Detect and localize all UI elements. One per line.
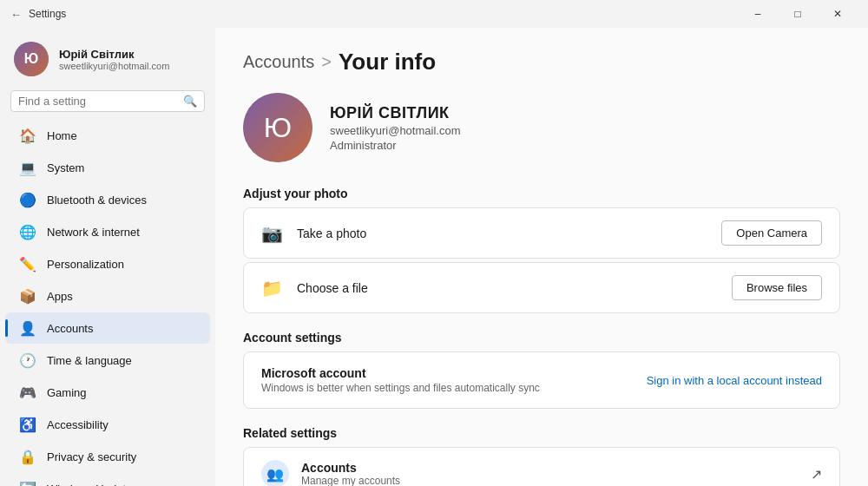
choose-file-label: Choose a file: [297, 281, 368, 295]
search-box[interactable]: 🔍: [10, 90, 205, 112]
related-settings-label: Related settings: [243, 426, 840, 440]
account-settings-section: Account settings Microsoft account Windo…: [243, 331, 840, 409]
related-accounts-desc: Manage my accounts: [301, 475, 400, 486]
nav-label-gaming: Gaming: [47, 386, 87, 399]
nav-icon-privacy: 🔒: [19, 448, 36, 465]
related-accounts-text: Accounts Manage my accounts: [301, 461, 400, 486]
microsoft-account-desc: Windows is better when settings and file…: [261, 382, 540, 394]
sidebar-item-apps[interactable]: 📦 Apps: [5, 280, 210, 312]
breadcrumb-parent[interactable]: Accounts: [243, 52, 314, 72]
take-photo-label: Take a photo: [297, 227, 366, 240]
minimize-button[interactable]: –: [738, 0, 778, 28]
related-accounts-left: 👥 Accounts Manage my accounts: [261, 460, 400, 486]
nav-icon-personalization: ✏️: [19, 255, 36, 273]
breadcrumb-current: Your info: [339, 49, 436, 76]
profile-avatar: Ю: [243, 93, 312, 162]
nav-icon-network: 🌐: [19, 223, 36, 240]
profile-card: Ю ЮРІЙ СВІТЛИК sweetlikyuri@hotmail.com …: [243, 93, 840, 162]
nav-label-accessibility: Accessibility: [47, 418, 108, 431]
avatar: Ю: [14, 42, 49, 76]
nav-icon-update: 🔄: [19, 480, 36, 486]
profile-role: Administrator: [330, 139, 460, 152]
microsoft-account-info: Microsoft account Windows is better when…: [261, 366, 540, 394]
profile-email: sweetlikyuri@hotmail.com: [330, 124, 460, 137]
maximize-button[interactable]: □: [778, 0, 818, 28]
folder-icon: 📁: [261, 278, 283, 299]
nav-icon-gaming: 🎮: [19, 384, 36, 401]
browse-files-button[interactable]: Browse files: [732, 275, 822, 300]
nav-icon-time: 🕐: [19, 351, 36, 369]
sidebar-item-time[interactable]: 🕐 Time & language: [5, 345, 210, 376]
sidebar-item-bluetooth[interactable]: 🔵 Bluetooth & devices: [5, 184, 210, 215]
nav-label-network: Network & internet: [47, 226, 140, 239]
breadcrumb: Accounts > Your info: [243, 49, 840, 76]
related-accounts-title: Accounts: [301, 461, 400, 475]
sidebar-item-accounts[interactable]: 👤 Accounts: [5, 312, 210, 344]
adjust-photo-label: Adjust your photo: [243, 187, 840, 200]
microsoft-account-title: Microsoft account: [261, 366, 540, 380]
user-email: sweetlikyuri@hotmail.com: [59, 61, 205, 71]
nav-label-time: Time & language: [47, 354, 132, 367]
microsoft-account-card: Microsoft account Windows is better when…: [243, 351, 840, 409]
sidebar-item-home[interactable]: 🏠 Home: [5, 120, 210, 151]
title-bar-left: ← Settings: [10, 8, 66, 21]
sidebar-item-system[interactable]: 💻 System: [5, 152, 210, 183]
user-profile[interactable]: Ю Юрій Світлик sweetlikyuri@hotmail.com: [0, 28, 215, 87]
nav-label-update: Windows Update: [47, 483, 132, 487]
back-icon[interactable]: ←: [10, 8, 22, 21]
title-bar-title: Settings: [29, 8, 66, 20]
related-accounts-card[interactable]: 👥 Accounts Manage my accounts ↗: [243, 447, 840, 486]
choose-file-row: 📁 Choose a file Browse files: [243, 262, 840, 313]
title-bar-controls: – □ ✕: [738, 0, 858, 28]
nav-label-accounts: Accounts: [47, 322, 93, 335]
nav-icon-accessibility: ♿: [19, 416, 36, 433]
sidebar-item-update[interactable]: 🔄 Windows Update: [5, 473, 210, 486]
search-icon: 🔍: [183, 95, 197, 108]
nav-icon-bluetooth: 🔵: [19, 191, 36, 208]
breadcrumb-separator: >: [321, 52, 332, 72]
nav-label-bluetooth: Bluetooth & devices: [47, 194, 147, 207]
nav-icon-system: 💻: [19, 159, 36, 176]
close-button[interactable]: ✕: [818, 0, 858, 28]
sidebar-item-privacy[interactable]: 🔒 Privacy & security: [5, 441, 210, 472]
nav-list: 🏠 Home 💻 System 🔵 Bluetooth & devices 🌐 …: [0, 119, 215, 486]
sidebar-item-accessibility[interactable]: ♿ Accessibility: [5, 409, 210, 440]
nav-icon-apps: 📦: [19, 287, 36, 305]
related-accounts-icon: 👥: [261, 460, 289, 486]
camera-icon: 📷: [261, 223, 283, 244]
nav-icon-accounts: 👤: [19, 319, 36, 337]
profile-name: ЮРІЙ СВІТЛИК: [330, 104, 460, 122]
sidebar: Ю Юрій Світлик sweetlikyuri@hotmail.com …: [0, 28, 215, 486]
choose-file-left: 📁 Choose a file: [261, 278, 368, 299]
nav-label-home: Home: [47, 129, 77, 142]
nav-label-apps: Apps: [47, 290, 73, 303]
nav-label-personalization: Personalization: [47, 258, 124, 271]
sidebar-item-network[interactable]: 🌐 Network & internet: [5, 216, 210, 247]
search-input[interactable]: [18, 95, 178, 108]
profile-avatar-inner: Ю: [243, 93, 312, 162]
external-link-icon: ↗: [811, 466, 822, 483]
open-camera-button[interactable]: Open Camera: [721, 220, 822, 246]
related-settings-section: Related settings 👥 Accounts Manage my ac…: [243, 426, 840, 486]
take-photo-row: 📷 Take a photo Open Camera: [243, 207, 840, 259]
nav-label-system: System: [47, 161, 84, 174]
nav-label-privacy: Privacy & security: [47, 450, 136, 463]
take-photo-left: 📷 Take a photo: [261, 223, 366, 244]
nav-icon-home: 🏠: [19, 127, 36, 144]
app-body: Ю Юрій Світлик sweetlikyuri@hotmail.com …: [0, 28, 868, 486]
user-name: Юрій Світлик: [59, 48, 205, 61]
sign-in-local-link[interactable]: Sign in with a local account instead: [647, 374, 822, 387]
title-bar: ← Settings – □ ✕: [0, 0, 868, 28]
sidebar-item-personalization[interactable]: ✏️ Personalization: [5, 248, 210, 279]
content-area: Accounts > Your info Ю ЮРІЙ СВІТЛИК swee…: [215, 28, 868, 486]
user-info: Юрій Світлик sweetlikyuri@hotmail.com: [59, 48, 205, 71]
profile-details: ЮРІЙ СВІТЛИК sweetlikyuri@hotmail.com Ad…: [330, 104, 460, 152]
account-settings-label: Account settings: [243, 331, 840, 345]
sidebar-item-gaming[interactable]: 🎮 Gaming: [5, 377, 210, 408]
